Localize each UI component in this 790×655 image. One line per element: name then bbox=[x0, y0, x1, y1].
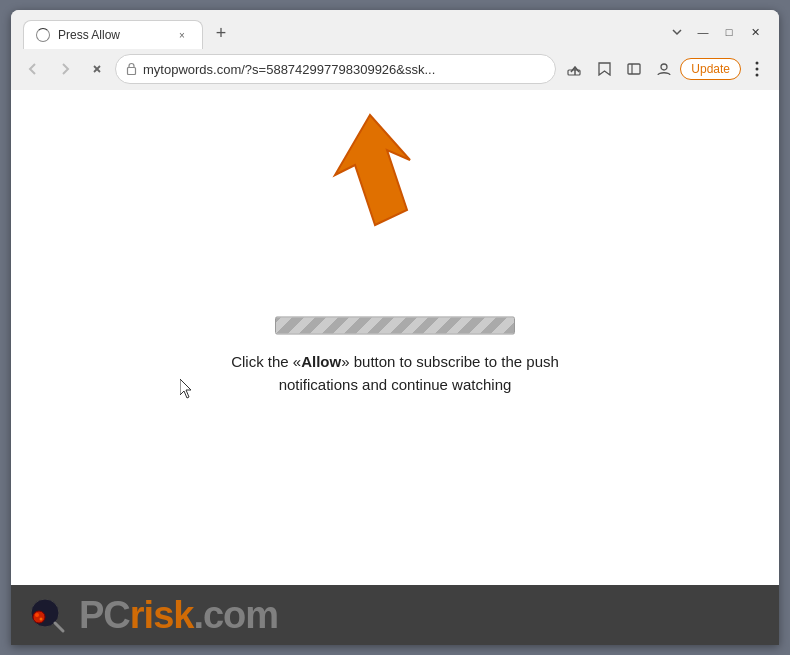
sidebar-button[interactable] bbox=[620, 55, 648, 83]
more-options-button[interactable] bbox=[743, 55, 771, 83]
sidebar-icon bbox=[627, 62, 641, 76]
tab-area: Press Allow × + bbox=[23, 19, 665, 49]
bookmark-icon bbox=[598, 62, 611, 76]
padlock-icon bbox=[126, 62, 137, 75]
share-icon bbox=[567, 62, 581, 76]
reload-button[interactable] bbox=[83, 55, 111, 83]
pointing-arrow-icon bbox=[315, 105, 435, 235]
instruction-text: Click the «Allow» button to subscribe to… bbox=[203, 351, 587, 396]
forward-icon bbox=[58, 62, 72, 76]
browser-tab[interactable]: Press Allow × bbox=[23, 20, 203, 49]
title-bar: Press Allow × + — □ ✕ bbox=[11, 10, 779, 50]
svg-marker-5 bbox=[599, 63, 610, 75]
tab-title: Press Allow bbox=[58, 28, 166, 42]
svg-point-17 bbox=[35, 613, 39, 617]
close-button[interactable]: ✕ bbox=[743, 20, 767, 44]
mouse-cursor bbox=[180, 379, 196, 403]
svg-point-11 bbox=[756, 74, 759, 77]
progress-bar bbox=[275, 317, 515, 335]
share-button[interactable] bbox=[560, 55, 588, 83]
more-options-icon bbox=[755, 61, 759, 77]
svg-point-18 bbox=[40, 618, 43, 621]
profile-icon bbox=[657, 62, 671, 76]
svg-point-8 bbox=[661, 64, 667, 70]
instruction-part1: Click the « bbox=[231, 353, 301, 370]
minimize-button[interactable]: — bbox=[691, 20, 715, 44]
brand-text: PCrisk.com bbox=[79, 594, 278, 637]
arrow-container bbox=[315, 105, 435, 239]
watermark-bar: PCrisk.com bbox=[11, 585, 779, 645]
chevron-down-icon bbox=[671, 26, 683, 38]
svg-marker-14 bbox=[180, 379, 191, 398]
back-button[interactable] bbox=[19, 55, 47, 83]
window-controls: — □ ✕ bbox=[665, 20, 767, 44]
browser-window: Press Allow × + — □ ✕ bbox=[11, 10, 779, 645]
progress-section: Click the «Allow» button to subscribe to… bbox=[203, 317, 587, 396]
cursor-icon bbox=[180, 379, 196, 399]
svg-rect-6 bbox=[628, 64, 640, 74]
profile-button[interactable] bbox=[650, 55, 678, 83]
brand-com: .com bbox=[193, 594, 278, 636]
svg-marker-13 bbox=[335, 115, 410, 225]
svg-line-19 bbox=[55, 623, 63, 631]
new-tab-button[interactable]: + bbox=[207, 19, 235, 47]
allow-text: Allow bbox=[301, 353, 341, 370]
bookmark-button[interactable] bbox=[590, 55, 618, 83]
brand-pc: PC bbox=[79, 594, 130, 636]
maximize-button[interactable]: □ bbox=[717, 20, 741, 44]
reload-icon bbox=[90, 62, 104, 76]
brand-risk: risk bbox=[130, 594, 194, 636]
url-text: mytopwords.com/?s=588742997798309926&ssk… bbox=[143, 62, 545, 77]
forward-button[interactable] bbox=[51, 55, 79, 83]
window-chevron-button[interactable] bbox=[665, 20, 689, 44]
svg-rect-2 bbox=[128, 67, 136, 74]
toolbar-action-buttons: Update bbox=[560, 55, 771, 83]
tab-favicon bbox=[36, 28, 50, 42]
tab-close-button[interactable]: × bbox=[174, 27, 190, 43]
svg-point-16 bbox=[33, 611, 45, 623]
lock-icon bbox=[126, 62, 137, 77]
pcrisk-logo-icon bbox=[27, 595, 67, 635]
update-button[interactable]: Update bbox=[680, 58, 741, 80]
address-bar[interactable]: mytopwords.com/?s=588742997798309926&ssk… bbox=[115, 54, 556, 84]
page-content: Click the «Allow» button to subscribe to… bbox=[11, 90, 779, 645]
toolbar: mytopwords.com/?s=588742997798309926&ssk… bbox=[11, 50, 779, 90]
svg-point-9 bbox=[756, 62, 759, 65]
pc-risk-logo bbox=[27, 595, 67, 635]
svg-point-10 bbox=[756, 68, 759, 71]
back-icon bbox=[26, 62, 40, 76]
